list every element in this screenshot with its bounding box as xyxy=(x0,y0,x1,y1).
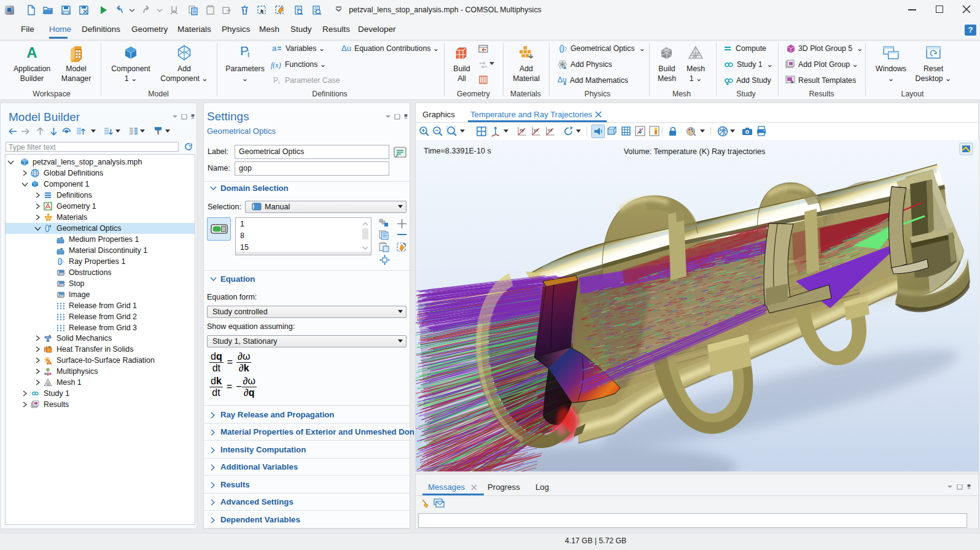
svg-text:i: i xyxy=(247,49,249,59)
svg-text:D: D xyxy=(58,246,61,250)
svg-text:xz: xz xyxy=(548,127,553,133)
svg-text:Volume: Temperature (K) Ray tr: Volume: Temperature (K) Ray trajectories xyxy=(624,147,766,156)
svg-text:Δu: Δu xyxy=(341,44,351,53)
svg-text:i: i xyxy=(278,79,279,85)
svg-text:!: ! xyxy=(49,361,50,365)
svg-text:P: P xyxy=(273,76,278,85)
svg-text:yz: yz xyxy=(534,127,539,133)
svg-text:D: D xyxy=(58,235,61,239)
svg-text:xy: xy xyxy=(519,127,524,133)
svg-text:Time=8.3391E-10 s: Time=8.3391E-10 s xyxy=(424,147,491,155)
svg-text:a: a xyxy=(272,44,277,53)
svg-text:f(x): f(x) xyxy=(271,61,281,69)
svg-text:A: A xyxy=(26,45,37,61)
